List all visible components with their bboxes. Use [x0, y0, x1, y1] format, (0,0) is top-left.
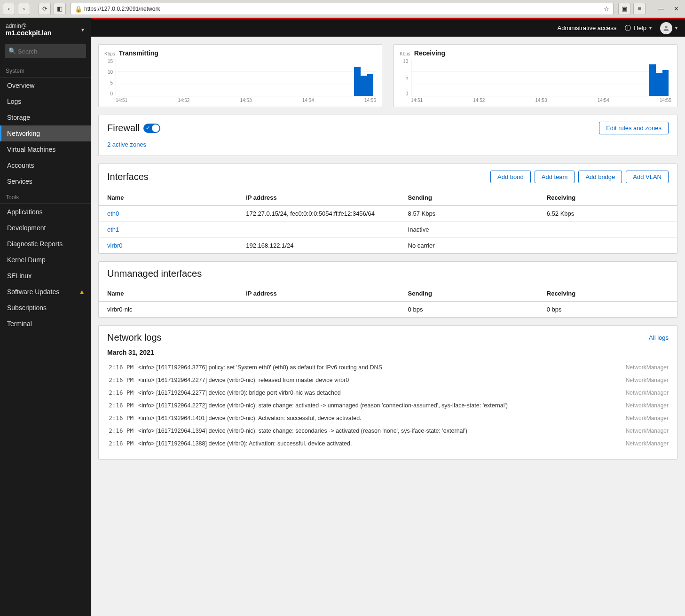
- log-time: 2:16 PM: [107, 364, 134, 371]
- y-axis: 1050: [400, 59, 408, 96]
- nav-services[interactable]: Services: [0, 173, 91, 189]
- add-team-button[interactable]: Add team: [535, 171, 575, 183]
- warning-icon: ▲: [79, 288, 85, 296]
- log-source: NetworkManager: [626, 428, 669, 434]
- menu-button[interactable]: ≡: [633, 3, 646, 15]
- log-entry[interactable]: 2:16 PM<info> [1617192964.3776] policy: …: [107, 361, 669, 374]
- nav-software-updates[interactable]: Software Updates▲: [0, 284, 91, 300]
- cell-receiving: [538, 238, 677, 254]
- user-menu[interactable]: ▾: [660, 22, 677, 34]
- plot-area: [116, 59, 376, 96]
- table-row[interactable]: eth0172.27.0.15/24, fec0:0:0:0:5054:ff:f…: [99, 206, 677, 222]
- help-menu[interactable]: ⓘ Help ▾: [625, 24, 652, 32]
- lock-icon: 🔒: [75, 6, 81, 12]
- chart-title: Receiving: [414, 49, 445, 57]
- active-zones-link[interactable]: 2 active zones: [107, 141, 146, 148]
- interface-name-link[interactable]: eth0: [107, 210, 119, 217]
- x-axis: 14:5114:5214:5314:5414:55: [104, 98, 376, 103]
- log-source: NetworkManager: [626, 440, 669, 447]
- nav-selinux[interactable]: SELinux: [0, 268, 91, 284]
- cell-ip: [237, 222, 399, 238]
- col-receiving: Receiving: [538, 190, 677, 206]
- unmanaged-table: Name IP address Sending Receiving virbr0…: [99, 286, 677, 317]
- log-message: <info> [1617192964.2277] device (virbr0-…: [138, 377, 621, 383]
- col-ip: IP address: [237, 286, 399, 302]
- forward-button[interactable]: ›: [18, 3, 30, 15]
- cell-name: virbr0-nic: [99, 302, 237, 318]
- log-time: 2:16 PM: [107, 440, 134, 447]
- search-input[interactable]: [5, 44, 86, 58]
- table-row[interactable]: eth1Inactive: [99, 222, 677, 238]
- reader-button[interactable]: ▣: [618, 3, 630, 15]
- nav-storage[interactable]: Storage: [0, 109, 91, 125]
- nav-logs[interactable]: Logs: [0, 94, 91, 109]
- log-entry[interactable]: 2:16 PM<info> [1617192964.2277] device (…: [107, 386, 669, 399]
- nav-diagnostic-reports[interactable]: Diagnostic Reports: [0, 236, 91, 252]
- interface-name-link[interactable]: eth1: [107, 226, 119, 233]
- browser-toolbar: ‹ › ⟳ ◧ 🔒 https://127.0.0.2:9091/network…: [0, 0, 685, 18]
- log-time: 2:16 PM: [107, 414, 134, 421]
- home-button[interactable]: ◧: [54, 3, 66, 15]
- add-bond-button[interactable]: Add bond: [490, 171, 531, 183]
- col-receiving: Receiving: [538, 286, 677, 302]
- reload-button[interactable]: ⟳: [39, 3, 51, 15]
- admin-access[interactable]: Administrative access: [558, 24, 617, 31]
- topbar: Administrative access ⓘ Help ▾ ▾: [91, 19, 685, 37]
- url-bar[interactable]: 🔒 https://127.0.0.2:9091/network ☆: [71, 3, 614, 15]
- edit-rules-button[interactable]: Edit rules and zones: [599, 122, 669, 134]
- col-name: Name: [99, 286, 237, 302]
- back-button[interactable]: ‹: [3, 3, 15, 15]
- y-axis: 151050: [104, 59, 113, 96]
- x-axis: 14:5114:5214:5314:5414:55: [400, 98, 671, 103]
- logs-date: March 31, 2021: [107, 349, 669, 356]
- add-vlan-button[interactable]: Add VLAN: [626, 171, 669, 183]
- unmanaged-title: Unmanaged interfaces: [107, 268, 202, 279]
- log-time: 2:16 PM: [107, 427, 134, 434]
- firewall-card: Firewall ✓ Edit rules and zones 2 active…: [98, 115, 677, 156]
- log-source: NetworkManager: [626, 377, 669, 383]
- cell-sending: Inactive: [400, 222, 538, 238]
- host-selector[interactable]: admin@ m1.cockpit.lan ▼: [0, 18, 91, 41]
- unmanaged-card: Unmanaged interfaces Name IP address Sen…: [98, 261, 677, 318]
- logs-title: Network logs: [107, 332, 162, 343]
- chevron-down-icon: ▼: [80, 27, 85, 32]
- interfaces-card: Interfaces Add bond Add team Add bridge …: [98, 164, 677, 254]
- log-entry[interactable]: 2:16 PM<info> [1617192964.2277] device (…: [107, 374, 669, 386]
- firewall-toggle[interactable]: ✓: [143, 124, 160, 133]
- nav-subscriptions[interactable]: Subscriptions: [0, 300, 91, 316]
- search-icon: 🔍: [8, 47, 16, 55]
- bookmark-icon[interactable]: ☆: [604, 5, 609, 12]
- interface-name-link[interactable]: virbr0: [107, 242, 123, 249]
- nav-applications[interactable]: Applications: [0, 204, 91, 220]
- add-bridge-button[interactable]: Add bridge: [578, 171, 622, 183]
- interfaces-table: Name IP address Sending Receiving eth017…: [99, 190, 677, 253]
- user-label: admin@: [6, 23, 51, 29]
- log-source: NetworkManager: [626, 390, 669, 396]
- main-content: Administrative access ⓘ Help ▾ ▾ Kbps Tr…: [91, 18, 685, 616]
- chart-transmitting: Kbps Transmitting 151050 14:5114:5214:53…: [98, 44, 382, 107]
- nav-terminal[interactable]: Terminal: [0, 316, 91, 332]
- nav-overview[interactable]: Overview: [0, 78, 91, 94]
- col-sending: Sending: [400, 286, 538, 302]
- chart-unit: Kbps: [400, 51, 410, 56]
- log-entry[interactable]: 2:16 PM<info> [1617192964.1401] device (…: [107, 412, 669, 424]
- nav-networking[interactable]: Networking: [0, 125, 91, 141]
- table-row[interactable]: virbr0192.168.122.1/24No carrier: [99, 238, 677, 254]
- log-entry[interactable]: 2:16 PM<info> [1617192964.1388] device (…: [107, 437, 669, 450]
- nav-kernel-dump[interactable]: Kernel Dump: [0, 252, 91, 268]
- nav-accounts[interactable]: Accounts: [0, 157, 91, 173]
- cell-receiving: 0 bps: [538, 302, 677, 318]
- minimize-button[interactable]: —: [655, 3, 667, 15]
- firewall-title: Firewall: [107, 123, 140, 133]
- close-button[interactable]: ✕: [670, 3, 682, 15]
- nav-development[interactable]: Development: [0, 220, 91, 236]
- cell-sending: No carrier: [400, 238, 538, 254]
- log-entry[interactable]: 2:16 PM<info> [1617192964.2272] device (…: [107, 399, 669, 412]
- nav-section-tools: Tools: [0, 189, 91, 203]
- chart-unit: Kbps: [104, 51, 115, 56]
- log-entry[interactable]: 2:16 PM<info> [1617192964.1394] device (…: [107, 424, 669, 437]
- nav-virtual-machines[interactable]: Virtual Machines: [0, 141, 91, 157]
- col-sending: Sending: [400, 190, 538, 206]
- all-logs-link[interactable]: All logs: [649, 334, 669, 341]
- col-ip: IP address: [237, 190, 399, 206]
